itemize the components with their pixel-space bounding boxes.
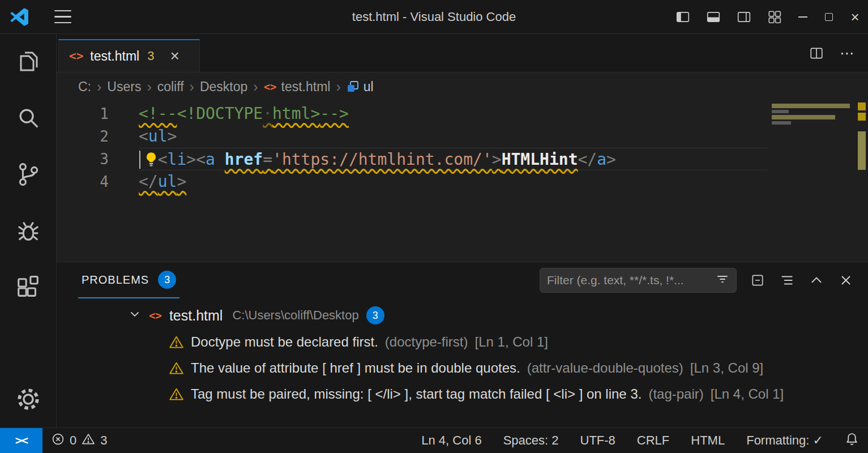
problem-row-3[interactable]: Tag must be paired, missing: [ </li> ], …	[57, 381, 868, 407]
code-line-4[interactable]: 4</ul>	[57, 170, 868, 193]
problems-file-path: C:\Users\coliff\Desktop	[232, 308, 358, 323]
minimap-line-4	[772, 121, 791, 125]
chevron-down-icon[interactable]	[128, 307, 142, 323]
editor[interactable]: 1<!--<!DOCTYPE·html>-->2<ul>3 <li><a hre…	[57, 101, 868, 262]
overview-ruler-scrollbar[interactable]	[854, 101, 868, 262]
breadcrumb-label: Users	[107, 79, 141, 95]
activity-run-debug[interactable]	[0, 204, 57, 260]
activity-settings[interactable]	[0, 373, 57, 428]
line-number[interactable]: 3	[57, 148, 109, 170]
breadcrumb-item-ul[interactable]: ul	[347, 79, 374, 95]
breadcrumb-item-coliff[interactable]: coliff	[157, 79, 184, 95]
maximize-button[interactable]	[816, 0, 842, 33]
debug-bug-icon	[15, 218, 41, 246]
warning-mark	[858, 113, 866, 121]
extensions-icon	[15, 275, 41, 303]
problem-message: Doctype must be declared first.	[191, 334, 378, 350]
line-number[interactable]: 1	[57, 102, 109, 125]
remote-indicator-button[interactable]: ><	[0, 428, 42, 453]
line-content[interactable]: <li><a href='https://htmlhint.com/'>HTML…	[139, 148, 767, 170]
warning-count: 3	[100, 433, 107, 448]
breadcrumb-item-testhtml[interactable]: <>test.html	[264, 79, 331, 95]
status-problems-button[interactable]: 0 3	[52, 433, 108, 449]
problem-row-2[interactable]: The value of attribute [ href ] must be …	[57, 355, 868, 381]
tab-label: test.html	[90, 49, 139, 64]
close-window-button[interactable]: ×	[842, 0, 868, 33]
toggle-primary-sidebar-icon[interactable]	[668, 0, 698, 33]
more-actions-icon[interactable]: ⋯	[834, 40, 860, 66]
breadcrumb-separator-icon: ›	[190, 79, 194, 95]
problem-message: The value of attribute [ href ] must be …	[191, 360, 520, 376]
problem-rule: (tag-pair)	[648, 386, 703, 402]
split-editor-icon[interactable]	[803, 40, 829, 66]
menu-icon[interactable]	[54, 10, 71, 24]
line-content[interactable]: </ul>	[139, 170, 767, 193]
code-token: HTMLHint	[502, 150, 578, 169]
view-as-tree-icon[interactable]	[774, 267, 800, 293]
minimize-button[interactable]	[790, 0, 816, 33]
tab-test-html[interactable]: <> test.html 3 ×	[58, 39, 200, 72]
problems-list: <> test.html C:\Users\coliff\Desktop 3 D…	[57, 298, 868, 428]
problem-location: [Ln 3, Col 9]	[690, 360, 763, 376]
indentation[interactable]: Spaces: 2	[503, 433, 559, 448]
code-line-3[interactable]: 3 <li><a href='https://htmlhint.com/'>HT…	[57, 148, 868, 170]
code-line-2[interactable]: 2<ul>	[57, 125, 868, 148]
line-number[interactable]: 2	[57, 125, 109, 148]
activity-extensions[interactable]	[0, 260, 57, 317]
encoding[interactable]: UTF-8	[580, 433, 615, 448]
code-token: <!DOCTYPE	[177, 104, 263, 123]
code-token: a	[206, 150, 215, 169]
status-bar: >< 0 3 Ln 4, Col 6 Spaces: 2 UTF-8 CRLF …	[0, 428, 868, 453]
tab-problem-count: 3	[147, 49, 154, 63]
problems-count-badge: 3	[158, 271, 176, 289]
close-panel-icon[interactable]	[833, 267, 859, 293]
problem-rows: Doctype must be declared first.(doctype-…	[57, 329, 868, 407]
breadcrumb-item-desktop[interactable]: Desktop	[200, 79, 247, 95]
language-mode[interactable]: HTML	[691, 433, 725, 448]
line-number[interactable]: 4	[57, 170, 109, 193]
problem-message: Tag must be paired, missing: [ </li> ], …	[191, 386, 642, 402]
html-file-icon: <>	[264, 80, 277, 93]
toggle-secondary-sidebar-icon[interactable]	[729, 0, 759, 33]
notifications-bell-icon[interactable]	[845, 432, 859, 450]
breadcrumb: C:›Users›coliff›Desktop›<>test.html›ul	[57, 72, 868, 101]
symbol-ul-icon	[347, 80, 359, 93]
minimap[interactable]	[769, 101, 854, 262]
filter-input[interactable]	[547, 273, 710, 287]
line-content[interactable]: <!--<!DOCTYPE·html>-->	[139, 102, 767, 125]
collapse-all-icon[interactable]	[745, 267, 771, 293]
editor-actions: ⋯	[803, 40, 860, 66]
code-token: </	[139, 172, 158, 191]
problems-panel: PROBLEMS 3	[57, 262, 868, 428]
maximize-panel-icon[interactable]	[803, 267, 829, 293]
cursor-position[interactable]: Ln 4, Col 6	[421, 433, 481, 448]
problems-file-group[interactable]: <> test.html C:\Users\coliff\Desktop 3	[57, 302, 868, 329]
code-token: li	[168, 150, 187, 169]
breadcrumb-label: test.html	[281, 79, 331, 95]
activity-search[interactable]	[0, 91, 57, 147]
line-content[interactable]: <ul>	[139, 125, 767, 148]
eol-sequence[interactable]: CRLF	[637, 433, 669, 448]
problems-filter	[540, 268, 737, 293]
toggle-panel-icon[interactable]	[698, 0, 729, 33]
formatting-status[interactable]: Formatting: ✓	[746, 433, 823, 448]
problem-row-1[interactable]: Doctype must be declared first.(doctype-…	[57, 329, 868, 355]
close-tab-icon[interactable]: ×	[170, 48, 179, 64]
filter-icon[interactable]	[716, 272, 729, 288]
code-token: ·	[263, 104, 272, 123]
breadcrumb-label: ul	[364, 79, 374, 95]
error-icon	[52, 433, 65, 449]
breadcrumb-item-c[interactable]: C:	[78, 79, 91, 95]
customize-layout-icon[interactable]	[759, 0, 790, 33]
code-token: href	[225, 150, 263, 169]
breadcrumb-item-users[interactable]: Users	[107, 79, 141, 95]
activity-explorer[interactable]	[0, 34, 57, 91]
code-token	[215, 150, 225, 169]
code-line-1[interactable]: 1<!--<!DOCTYPE·html>-->	[57, 102, 868, 125]
code-token: >	[186, 150, 196, 169]
breadcrumb-label: Desktop	[200, 79, 247, 95]
tab-problems[interactable]: PROBLEMS 3	[78, 262, 179, 298]
code-token: >	[177, 172, 186, 191]
code-token: -->	[320, 104, 349, 123]
activity-source-control[interactable]	[0, 147, 57, 204]
